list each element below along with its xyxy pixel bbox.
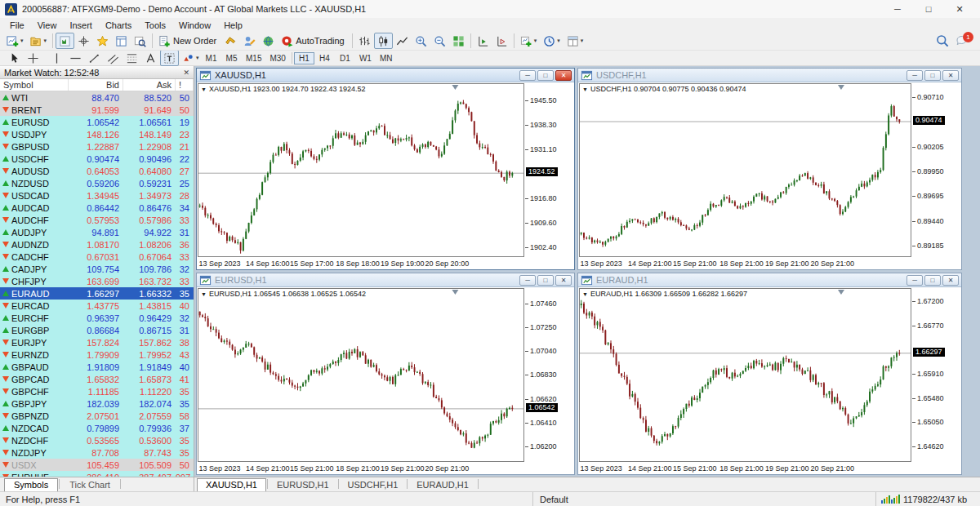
line-chart-button[interactable] <box>393 33 412 49</box>
dropdown-arrow-icon[interactable]: ▾ <box>581 38 584 44</box>
mw-row-usdx[interactable]: USDX105.459105.50950 <box>0 459 194 471</box>
status-profile[interactable]: Default <box>532 492 875 506</box>
chart-minimize-button[interactable]: ─ <box>906 70 923 81</box>
notifications-icon[interactable]: 1 <box>956 33 972 48</box>
horizontal-line-button[interactable] <box>66 50 85 66</box>
mw-row-gbpjpy[interactable]: GBPJPY182.039182.07435 <box>0 397 194 410</box>
period-list-button[interactable] <box>492 33 511 49</box>
symbol-dropdown-icon[interactable]: ▼ <box>582 291 588 297</box>
mw-row-gbpusd[interactable]: GBPUSD1.228871.2290821 <box>0 140 194 153</box>
chart-tab-eurusd-h1[interactable]: EURUSD,H1 <box>269 479 337 491</box>
mw-row-chfjpy[interactable]: CHFJPY163.699163.73233 <box>0 275 194 287</box>
mw-row-euraud[interactable]: EURAUD1.662971.6633235 <box>0 287 194 300</box>
chart-close-button[interactable]: ✕ <box>942 275 959 286</box>
mw-row-eurgbp[interactable]: EURGBP0.866840.8671531 <box>0 324 194 336</box>
menu-insert[interactable]: Insert <box>63 20 99 31</box>
chart-minimize-button[interactable]: ─ <box>906 275 923 286</box>
maximize-button[interactable]: □ <box>913 4 944 15</box>
indicators-button[interactable] <box>221 33 240 49</box>
candlestick-chart-button[interactable] <box>374 33 393 49</box>
profiles-button[interactable]: ▾ <box>27 33 51 49</box>
chart-tab-usdchf-h1[interactable]: USDCHF,H1 <box>340 479 407 491</box>
mw-row-nzdusd[interactable]: NZDUSD0.592060.5923125 <box>0 177 194 189</box>
mw-row-nzdjpy[interactable]: NZDJPY87.70887.74335 <box>0 446 194 459</box>
close-button[interactable]: ✕ <box>944 4 975 15</box>
chart-tab-euraud-h1[interactable]: EURAUD,H1 <box>408 479 477 491</box>
mw-row-gbpaud[interactable]: GBPAUD1.918091.9184940 <box>0 361 194 373</box>
column-ask[interactable]: Ask <box>123 79 176 91</box>
tf-m5[interactable]: M5 <box>221 52 242 64</box>
crosshair-button[interactable] <box>24 50 42 66</box>
chart-titlebar[interactable]: EURUSD,H1─□✕ <box>197 273 574 287</box>
menu-charts[interactable]: Charts <box>99 20 138 31</box>
chart-restore-button[interactable]: □ <box>924 70 941 81</box>
tf-mn[interactable]: MN <box>376 52 397 64</box>
chart-canvas-xauusd[interactable]: ▼XAUUSD,H1 1923.00 1924.70 1922.43 1924.… <box>198 83 524 257</box>
autotrading-button[interactable]: AutoTrading <box>278 33 350 49</box>
minimize-button[interactable]: ─ <box>882 4 913 15</box>
chart-restore-button[interactable]: □ <box>924 275 941 286</box>
chart-tab-xauusd-h1[interactable]: XAUUSD,H1 <box>197 478 266 491</box>
cursor-button[interactable] <box>5 50 24 66</box>
chart-minimize-button[interactable]: ─ <box>519 275 536 286</box>
column-spread[interactable]: ! <box>176 79 194 91</box>
text-button[interactable] <box>141 50 160 66</box>
menu-file[interactable]: File <box>3 20 31 31</box>
menu-tools[interactable]: Tools <box>138 20 172 31</box>
mw-row-audusd[interactable]: AUDUSD0.640530.6408027 <box>0 165 194 177</box>
column-symbol[interactable]: Symbol <box>0 79 69 91</box>
tf-h4[interactable]: H4 <box>314 52 335 64</box>
tf-m30[interactable]: M30 <box>265 52 289 64</box>
chart-titlebar[interactable]: EURAUD,H1─□✕ <box>578 273 961 287</box>
chart-canvas-eurusd[interactable]: ▼EURUSD,H1 1.06545 1.06638 1.06525 1.065… <box>198 288 524 462</box>
equidistant-channel-button[interactable] <box>104 50 122 66</box>
periods-button[interactable]: ▾ <box>540 33 564 49</box>
market-button[interactable] <box>259 33 278 49</box>
chart-canvas-usdchf[interactable]: ▼USDCHF,H1 0.90704 0.90775 0.90436 0.904… <box>579 83 911 257</box>
mw-row-eurchf[interactable]: EURCHF0.963970.9642932 <box>0 312 194 324</box>
indicator-list-button[interactable] <box>474 33 492 49</box>
mw-row-eurhuf[interactable]: EURHUF386.410387.407997 <box>0 471 194 477</box>
tf-m15[interactable]: M15 <box>242 52 265 64</box>
tf-d1[interactable]: D1 <box>335 52 355 64</box>
tf-w1[interactable]: W1 <box>355 52 376 64</box>
mw-row-cadjpy[interactable]: CADJPY109.754109.78632 <box>0 263 194 275</box>
chart-titlebar[interactable]: XAUUSD,H1─□✕ <box>197 69 574 82</box>
fibonacci-button[interactable] <box>122 50 141 66</box>
zoom-out-button[interactable] <box>430 33 449 49</box>
mw-row-nzdcad[interactable]: NZDCAD0.798990.7993637 <box>0 422 194 434</box>
new-chart-button[interactable]: ▾ <box>3 33 27 49</box>
add-indicator-button[interactable]: ▾ <box>517 33 541 49</box>
chart-canvas-euraud[interactable]: ▼EURAUD,H1 1.66309 1.66509 1.66282 1.662… <box>579 288 911 462</box>
vertical-line-button[interactable] <box>47 50 66 66</box>
mw-row-nzdchf[interactable]: NZDCHF0.535650.5360035 <box>0 434 194 446</box>
mw-row-eurcad[interactable]: EURCAD1.437751.4381540 <box>0 300 194 312</box>
search-icon[interactable] <box>936 34 949 47</box>
mw-row-brent[interactable]: BRENT91.59991.64950 <box>0 104 194 116</box>
market-watch-header[interactable]: Market Watch: 12:52:48 ✕ <box>0 66 194 79</box>
mw-tab-tick-chart[interactable]: Tick Chart <box>60 479 119 491</box>
mw-row-gbpnzd[interactable]: GBPNZD2.075012.0755958 <box>0 410 194 422</box>
new-order-button[interactable]: New Order <box>155 33 221 49</box>
metaeditor-button[interactable] <box>240 33 259 49</box>
menu-help[interactable]: Help <box>217 20 249 31</box>
trendline-button[interactable] <box>85 50 104 66</box>
dropdown-arrow-icon[interactable]: ▾ <box>44 38 47 44</box>
mw-row-audjpy[interactable]: AUDJPY94.89194.92231 <box>0 226 194 238</box>
mw-row-usdchf[interactable]: USDCHF0.904740.9049622 <box>0 153 194 165</box>
dropdown-arrow-icon[interactable]: ▾ <box>534 38 537 44</box>
tf-h1[interactable]: H1 <box>294 52 314 64</box>
mw-row-eurnzd[interactable]: EURNZD1.799091.7995243 <box>0 348 194 361</box>
chart-restore-button[interactable]: □ <box>537 70 554 81</box>
data-window-button[interactable] <box>112 33 131 49</box>
mw-row-gbpchf[interactable]: GBPCHF1.111851.1122035 <box>0 385 194 397</box>
mw-row-eurusd[interactable]: EURUSD1.065421.0656119 <box>0 116 194 128</box>
chart-shift-button[interactable] <box>56 33 74 49</box>
market-watch-close-icon[interactable]: ✕ <box>183 69 189 77</box>
dropdown-arrow-icon[interactable]: ▾ <box>196 55 199 61</box>
mw-row-eurjpy[interactable]: EURJPY157.824157.86238 <box>0 336 194 348</box>
dropdown-arrow-icon[interactable]: ▾ <box>557 38 560 44</box>
mw-tab-symbols[interactable]: Symbols <box>4 478 58 491</box>
chart-minimize-button[interactable]: ─ <box>519 70 536 81</box>
templates-button[interactable] <box>131 33 149 49</box>
